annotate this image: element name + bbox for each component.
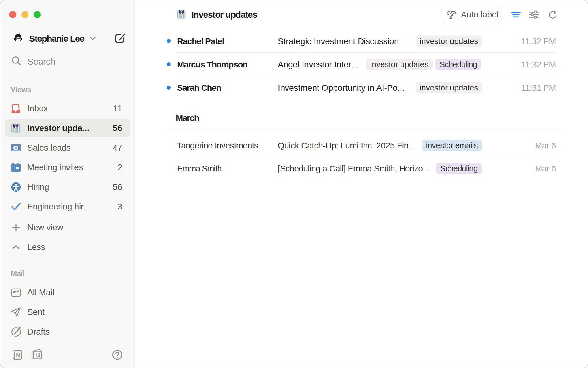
- svg-text:14: 14: [35, 352, 40, 358]
- svg-text:N: N: [16, 352, 20, 358]
